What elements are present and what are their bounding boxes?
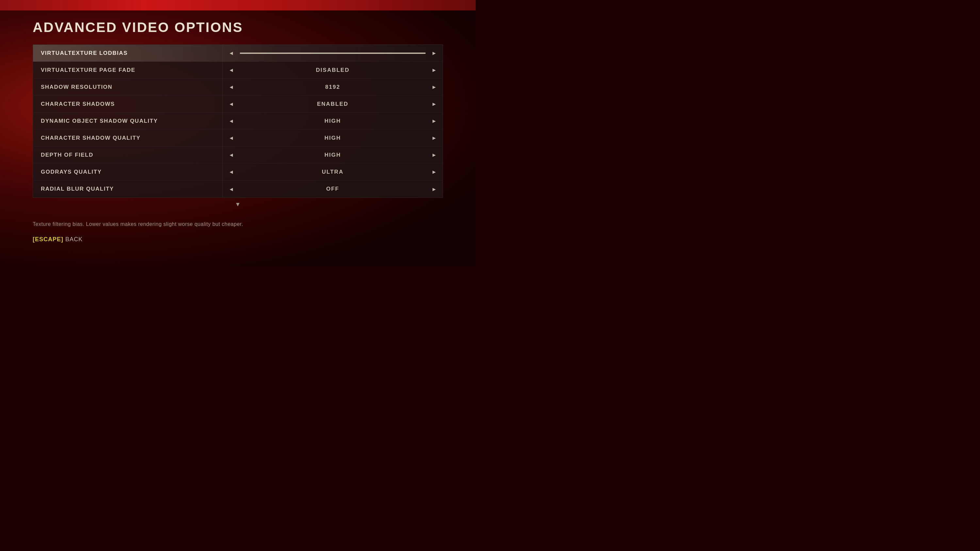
setting-label-character-shadow-quality: CHARACTER SHADOW QUALITY (33, 135, 223, 141)
setting-row-shadow-resolution[interactable]: SHADOW RESOLUTION8192 (33, 79, 442, 96)
select-right-btn-depth-of-field[interactable] (429, 150, 439, 160)
setting-row-dynamic-object-shadow-quality[interactable]: DYNAMIC OBJECT SHADOW QUALITYHIGH (33, 113, 442, 130)
select-left-btn-character-shadow-quality[interactable] (226, 133, 237, 143)
select-right-btn-character-shadow-quality[interactable] (429, 133, 439, 143)
setting-value-dynamic-object-shadow-quality: HIGH (237, 118, 429, 124)
setting-value-depth-of-field: HIGH (237, 152, 429, 158)
select-left-btn-character-shadows[interactable] (226, 99, 237, 110)
setting-row-character-shadow-quality[interactable]: CHARACTER SHADOW QUALITYHIGH (33, 130, 442, 146)
setting-label-dynamic-object-shadow-quality: DYNAMIC OBJECT SHADOW QUALITY (33, 118, 223, 124)
setting-label-virtualtexture-lodbias: VIRTUALTEXTURE LODBIAS (33, 50, 223, 57)
back-label: BACK (65, 236, 83, 243)
setting-value-shadow-resolution: 8192 (237, 84, 429, 91)
setting-label-godrays-quality: GODRAYS QUALITY (33, 169, 223, 175)
select-control-character-shadows: ENABLED (223, 99, 442, 110)
setting-value-virtualtexture-page-fade: DISABLED (237, 67, 429, 73)
select-left-btn-virtualtexture-page-fade[interactable] (226, 65, 237, 75)
setting-row-godrays-quality[interactable]: GODRAYS QUALITYULTRA (33, 164, 442, 181)
select-right-btn-character-shadows[interactable] (429, 99, 439, 110)
select-control-character-shadow-quality: HIGH (223, 133, 442, 143)
select-control-depth-of-field: HIGH (223, 150, 442, 160)
settings-panel: VIRTUALTEXTURE LODBIASVIRTUALTEXTURE PAG… (33, 44, 443, 198)
setting-description: Texture filtering bias. Lower values mak… (33, 220, 443, 228)
select-control-dynamic-object-shadow-quality: HIGH (223, 116, 442, 126)
setting-value-godrays-quality: ULTRA (237, 169, 429, 175)
select-control-godrays-quality: ULTRA (223, 167, 442, 177)
select-control-virtualtexture-page-fade: DISABLED (223, 65, 442, 75)
slider-right-btn-virtualtexture-lodbias[interactable] (429, 48, 439, 59)
select-right-btn-shadow-resolution[interactable] (429, 82, 439, 92)
select-right-btn-virtualtexture-page-fade[interactable] (429, 65, 439, 75)
setting-value-character-shadows: ENABLED (237, 101, 429, 107)
select-left-btn-depth-of-field[interactable] (226, 150, 237, 160)
back-button[interactable]: [ESCAPE] BACK (33, 236, 443, 243)
select-left-btn-godrays-quality[interactable] (226, 167, 237, 177)
setting-row-radial-blur-quality[interactable]: RADIAL BLUR QUALITYOFF (33, 181, 442, 197)
select-left-btn-radial-blur-quality[interactable] (226, 184, 237, 194)
slider-track-virtualtexture-lodbias[interactable] (240, 52, 426, 54)
slider-left-btn-virtualtexture-lodbias[interactable] (226, 48, 237, 59)
setting-value-radial-blur-quality: OFF (237, 186, 429, 192)
setting-label-character-shadows: CHARACTER SHADOWS (33, 101, 223, 107)
slider-fill-virtualtexture-lodbias (240, 52, 426, 54)
select-right-btn-godrays-quality[interactable] (429, 167, 439, 177)
page-title: ADVANCED VIDEO OPTIONS (33, 20, 443, 35)
slider-control-virtualtexture-lodbias[interactable] (223, 48, 442, 59)
select-right-btn-radial-blur-quality[interactable] (429, 184, 439, 194)
setting-row-character-shadows[interactable]: CHARACTER SHADOWSENABLED (33, 96, 442, 113)
main-content: ADVANCED VIDEO OPTIONS VIRTUALTEXTURE LO… (33, 20, 443, 253)
escape-key-label: [ESCAPE] (33, 236, 64, 243)
select-left-btn-shadow-resolution[interactable] (226, 82, 237, 92)
setting-label-virtualtexture-page-fade: VIRTUALTEXTURE PAGE FADE (33, 67, 223, 73)
setting-row-depth-of-field[interactable]: DEPTH OF FIELDHIGH (33, 146, 442, 164)
select-control-shadow-resolution: 8192 (223, 82, 442, 92)
select-control-radial-blur-quality: OFF (223, 184, 442, 194)
select-left-btn-dynamic-object-shadow-quality[interactable] (226, 116, 237, 126)
top-bar (0, 0, 476, 10)
setting-value-character-shadow-quality: HIGH (237, 135, 429, 141)
select-right-btn-dynamic-object-shadow-quality[interactable] (429, 116, 439, 126)
scroll-down-indicator[interactable]: ▼ (33, 198, 443, 211)
setting-row-virtualtexture-page-fade[interactable]: VIRTUALTEXTURE PAGE FADEDISABLED (33, 62, 442, 79)
setting-label-radial-blur-quality: RADIAL BLUR QUALITY (33, 186, 223, 192)
setting-label-depth-of-field: DEPTH OF FIELD (33, 152, 223, 158)
setting-row-virtualtexture-lodbias[interactable]: VIRTUALTEXTURE LODBIAS (33, 45, 442, 62)
setting-label-shadow-resolution: SHADOW RESOLUTION (33, 84, 223, 91)
